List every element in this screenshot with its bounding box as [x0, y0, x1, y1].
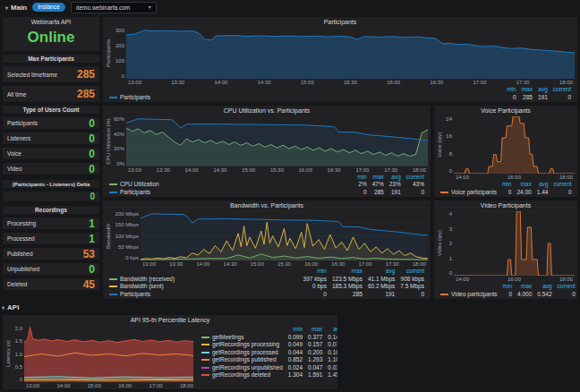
stat-label: Deleted — [7, 281, 27, 287]
legend-series-label[interactable]: Video participants — [438, 291, 500, 299]
legend-series-label[interactable]: getRecordings processing — [199, 341, 286, 349]
legend-series-label[interactable]: Bandwidth (received) — [107, 276, 301, 284]
x-tick: 15:30 — [270, 166, 284, 174]
y-tick: 100 — [112, 58, 124, 64]
x-tick: 14:30 — [224, 260, 237, 268]
dashboard-topbar: ▾ Main Instance demo.webinarfa.com ▾ — [0, 0, 580, 14]
chevron-down-icon: ▾ — [5, 4, 8, 11]
cpu-plot[interactable] — [126, 116, 428, 166]
chart-canvas — [454, 211, 575, 276]
participants-plot[interactable] — [126, 28, 575, 79]
legend-stat-value: 0.079 — [325, 341, 337, 349]
legend: minmaxavgcurrentCPU Utilization2%47%23%4… — [103, 174, 431, 198]
y-axis-ticks: 3002001000 — [112, 28, 126, 79]
video-plot[interactable] — [454, 211, 575, 276]
series-color-dash-icon — [201, 367, 209, 369]
latency-plot[interactable] — [24, 326, 193, 382]
panel-title[interactable]: Participants — [103, 17, 577, 27]
instance-select[interactable]: demo.webinarfa.com ▾ — [71, 2, 157, 13]
x-tick: 14:00 — [196, 260, 209, 268]
panel-title[interactable]: Video Participants — [434, 200, 577, 210]
y-tick: 100 Mbps — [112, 234, 139, 239]
stat-label: Processed — [7, 235, 35, 242]
y-tick: 16 — [443, 133, 452, 139]
y-tick: 1 — [443, 256, 452, 261]
panel-title[interactable]: Voice Participants — [434, 106, 577, 115]
legend-series-label[interactable]: Voice participants — [438, 189, 499, 197]
bandwidth-plot[interactable] — [141, 211, 428, 260]
legend: minmaxavgcurrentVoice participants024.00… — [434, 181, 577, 197]
legend-series-label[interactable]: getRecordings unpublished — [199, 364, 286, 372]
x-tick: 16:00 — [508, 174, 521, 181]
voice-plot[interactable] — [454, 116, 575, 174]
x-tick: 17:30 — [384, 166, 397, 174]
main-row-toggle[interactable]: ▾ Main — [5, 4, 27, 12]
panel-title[interactable]: CPU Utilization vs. Participants — [103, 106, 431, 115]
y-tick: 20% — [112, 146, 124, 151]
header-max-participants: Max Participants — [2, 54, 100, 64]
stat-label: Video — [7, 166, 22, 172]
legend-stat-header: avg — [387, 174, 404, 182]
legend-series-label[interactable]: CPU Utilization — [107, 181, 354, 189]
api-row-toggle[interactable]: ▾ API — [2, 303, 578, 312]
legend-stat-header: max — [515, 283, 534, 291]
x-tick: 14:00 — [56, 382, 70, 389]
legend-header-spacer — [438, 181, 499, 189]
y-tick: 0 — [112, 73, 124, 79]
legend-series-label[interactable]: Bandwidth (sent) — [107, 283, 301, 291]
legend-series-label[interactable]: getMeetings — [199, 334, 286, 342]
legend-series-label[interactable]: getRecordings published — [199, 356, 286, 364]
x-tick: 16:00 — [304, 260, 318, 268]
x-axis-ticks: 13:0014:0015:0016:0017:0018:00 — [26, 382, 193, 389]
x-tick: 18:00 — [559, 79, 573, 86]
legend-stat-header: min — [504, 86, 518, 94]
stat-value: 0 — [89, 263, 95, 276]
y-tick: 200 — [112, 43, 124, 48]
legend-stat-header: current — [404, 174, 427, 182]
y-tick: 1.5 — [12, 338, 22, 344]
legend-stat-value: 1.304 — [286, 371, 305, 379]
legend-stat-value: 0 — [550, 94, 574, 102]
legend-header-spacer — [438, 283, 500, 291]
legend-stat-value: 0 — [301, 291, 329, 299]
y-axis-ticks: 2.01.51.00.50 — [12, 326, 24, 382]
main-row-label: Main — [11, 4, 27, 12]
legend-stat-value: 0.157 — [305, 341, 325, 349]
legend-series-label[interactable]: getRecordings processed — [199, 349, 286, 357]
y-tick: 8 — [443, 151, 452, 157]
y-tick: 0 — [12, 377, 22, 382]
legend-stat-value: 24.00 — [514, 189, 533, 197]
x-tick: 14:00 — [185, 166, 199, 174]
legend-stat-value: 397 kbps — [301, 276, 329, 284]
legend-stat-header: max — [329, 268, 365, 276]
legend: minmaxavgcurrentBandwidth (received)397 … — [103, 268, 431, 299]
legend-series-label[interactable]: Participants — [107, 291, 301, 299]
y-axis-ticks: 241680 — [443, 116, 454, 174]
stat-participants: Participants 0 — [2, 116, 100, 130]
legend-series-label[interactable]: getRecordings deleted — [199, 371, 286, 379]
chart-canvas — [24, 326, 193, 382]
panel-title[interactable]: Webinarfa API — [3, 17, 99, 27]
y-tick: 3 — [443, 226, 452, 232]
series-color-dash-icon — [201, 359, 209, 361]
header-label: Recordings — [35, 207, 67, 213]
x-tick: 14:30 — [258, 79, 271, 86]
x-tick: 13:30 — [169, 260, 183, 268]
y-axis-ticks: 200 Mbps150 Mbps100 Mbps50 Mbps0 bps — [112, 211, 141, 260]
legend-stat-value: 191 — [365, 291, 397, 299]
x-tick: 15:00 — [251, 260, 264, 268]
series-color-dash-icon — [201, 352, 209, 354]
stat-value: 53 — [83, 248, 95, 260]
legend-series-label[interactable]: Participants — [107, 189, 354, 197]
series-color-dash-icon — [109, 97, 117, 98]
x-tick: 13:30 — [157, 166, 170, 174]
panel-title[interactable]: API 95-th Percentile Latency — [3, 315, 337, 325]
panel-title[interactable]: Bandwidth vs. Participants — [103, 200, 431, 210]
chart-canvas — [141, 211, 428, 260]
x-axis-ticks: 14:0016:0018:00 — [456, 276, 573, 283]
x-tick: 16:00 — [299, 166, 312, 174]
panel-latency: API 95-th Percentile Latency Latency (s)… — [2, 314, 338, 390]
stat-label: Selected timeframe — [7, 72, 57, 78]
y-tick: 200 Mbps — [112, 211, 139, 217]
legend-series-label[interactable]: Participants — [107, 94, 504, 102]
